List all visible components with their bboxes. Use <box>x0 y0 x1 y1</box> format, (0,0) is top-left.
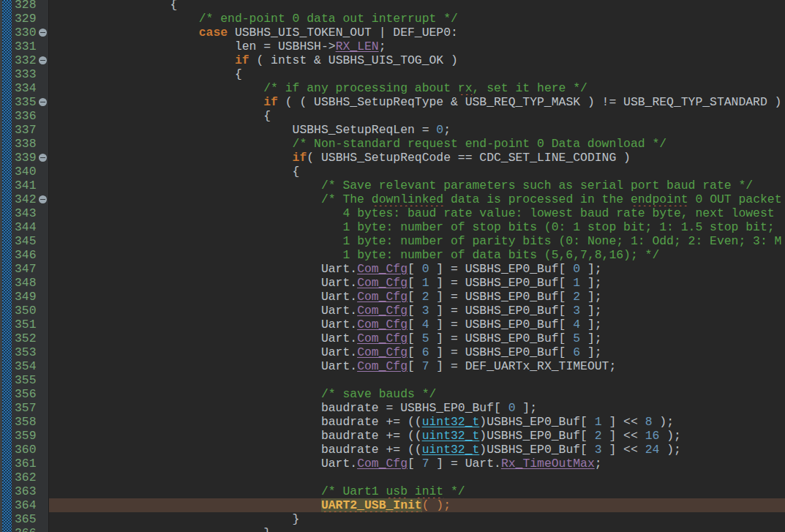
line-number[interactable]: 334 <box>0 81 38 95</box>
code-line[interactable]: } <box>49 526 785 532</box>
fold-collapse-icon[interactable] <box>39 29 47 37</box>
code-line[interactable]: case USBHS_UIS_TOKEN_OUT | DEF_UEP0: <box>49 26 785 40</box>
code-token: ]; <box>580 331 602 345</box>
code-token: /* if any processing about <box>263 81 458 95</box>
code-line[interactable]: Uart.Com_Cfg[ 0 ] = USBHS_EP0_Buf[ 0 ]; <box>49 262 785 276</box>
line-number[interactable]: 356 <box>0 387 38 401</box>
line-number[interactable]: 363 <box>0 484 38 498</box>
line-number[interactable]: 353 <box>0 345 38 359</box>
code-line[interactable] <box>49 373 785 387</box>
code-line[interactable]: { <box>49 109 785 123</box>
line-number[interactable]: 364 <box>0 498 38 512</box>
code-line[interactable]: /* if any processing about rx, set it he… <box>49 81 785 95</box>
line-number[interactable]: 345 <box>0 234 38 248</box>
code-line[interactable]: { <box>49 165 785 179</box>
line-number[interactable]: 343 <box>0 206 38 220</box>
code-line[interactable]: baudrate += ((uint32_t)USBHS_EP0_Buf[ 1 … <box>49 415 785 429</box>
fold-collapse-icon[interactable] <box>39 98 47 106</box>
code-token: 0 OUT packet <box>688 192 782 206</box>
code-line[interactable]: /* save bauds */ <box>49 387 785 401</box>
code-token: Com_Cfg <box>357 359 407 373</box>
line-number[interactable]: 339 <box>0 151 38 165</box>
line-number[interactable]: 365 <box>0 512 38 526</box>
code-line[interactable]: Uart.Com_Cfg[ 6 ] = USBHS_EP0_Buf[ 6 ]; <box>49 345 785 359</box>
fold-column <box>38 276 49 290</box>
line-number[interactable]: 338 <box>0 137 38 151</box>
code-line[interactable]: baudrate = USBHS_EP0_Buf[ 0 ]; <box>49 401 785 415</box>
line-number[interactable]: 332 <box>0 53 38 67</box>
line-number[interactable]: 349 <box>0 290 38 304</box>
code-line[interactable]: 4 bytes: baud rate value: lowest baud ra… <box>49 206 785 220</box>
code-line[interactable]: Uart.Com_Cfg[ 2 ] = USBHS_EP0_Buf[ 2 ]; <box>49 290 785 304</box>
line-number[interactable]: 347 <box>0 262 38 276</box>
code-token: 0 <box>573 262 580 276</box>
fold-collapse-icon[interactable] <box>39 154 47 162</box>
code-row: 349 Uart.Com_Cfg[ 2 ] = USBHS_EP0_Buf[ 2… <box>0 290 785 304</box>
line-number[interactable]: 360 <box>0 443 38 457</box>
line-number[interactable]: 354 <box>0 359 38 373</box>
code-line[interactable] <box>49 471 785 484</box>
line-number[interactable]: 348 <box>0 276 38 290</box>
code-line[interactable]: 1 byte: number of parity bits (0: None; … <box>49 234 785 248</box>
line-number[interactable]: 328 <box>0 0 38 12</box>
line-number[interactable]: 341 <box>0 179 38 192</box>
code-token: 4 <box>422 318 429 331</box>
line-number[interactable]: 351 <box>0 318 38 331</box>
line-number[interactable]: 337 <box>0 123 38 137</box>
current-code-line[interactable]: UART2_USB_Init( ); <box>49 498 785 512</box>
line-number[interactable]: 340 <box>0 165 38 179</box>
line-number[interactable]: 330 <box>0 26 38 40</box>
line-number[interactable]: 366 <box>0 526 38 532</box>
line-number[interactable]: 358 <box>0 415 38 429</box>
code-line[interactable]: { <box>49 0 785 12</box>
code-line[interactable]: Uart.Com_Cfg[ 3 ] = USBHS_EP0_Buf[ 3 ]; <box>49 304 785 318</box>
line-number[interactable]: 329 <box>0 12 38 26</box>
code-line[interactable]: /* Uart1 usb init */ <box>49 484 785 498</box>
code-line[interactable]: /* Save relevant parameters such as seri… <box>49 179 785 192</box>
code-token: Uart. <box>321 276 357 290</box>
line-number[interactable]: 361 <box>0 457 38 471</box>
code-line[interactable]: Uart.Com_Cfg[ 1 ] = USBHS_EP0_Buf[ 1 ]; <box>49 276 785 290</box>
fold-collapse-icon[interactable] <box>39 56 47 64</box>
code-token: Uart. <box>321 457 357 471</box>
code-line[interactable]: baudrate += ((uint32_t)USBHS_EP0_Buf[ 2 … <box>49 429 785 443</box>
line-number[interactable]: 362 <box>0 471 38 484</box>
code-editor[interactable]: 328 {329 /* end-point 0 data out interru… <box>0 0 785 532</box>
fold-collapse-icon[interactable] <box>39 195 47 203</box>
code-line[interactable]: len = USBHSH->RX_LEN; <box>49 40 785 53</box>
code-line[interactable]: USBHS_SetupReqLen = 0; <box>49 123 785 137</box>
code-token: 6 <box>573 345 580 359</box>
line-number[interactable]: 333 <box>0 67 38 81</box>
line-number[interactable]: 350 <box>0 304 38 318</box>
code-line[interactable]: Uart.Com_Cfg[ 7 ] = DEF_UARTx_RX_TIMEOUT… <box>49 359 785 373</box>
code-line[interactable]: Uart.Com_Cfg[ 5 ] = USBHS_EP0_Buf[ 5 ]; <box>49 331 785 345</box>
line-number[interactable]: 346 <box>0 248 38 262</box>
line-number[interactable]: 355 <box>0 373 38 387</box>
line-number[interactable]: 359 <box>0 429 38 443</box>
code-line[interactable]: Uart.Com_Cfg[ 4 ] = USBHS_EP0_Buf[ 4 ]; <box>49 318 785 331</box>
code-line[interactable]: { <box>49 67 785 81</box>
line-number[interactable]: 344 <box>0 220 38 234</box>
code-line[interactable]: if ( ( USBHS_SetupReqType & USB_REQ_TYP_… <box>49 95 785 109</box>
line-number[interactable]: 331 <box>0 40 38 53</box>
code-token: ] = USBHS_EP0_Buf[ <box>429 290 574 304</box>
line-number[interactable]: 342 <box>0 192 38 206</box>
line-number[interactable]: 336 <box>0 109 38 123</box>
code-line[interactable]: if( USBHS_SetupReqCode == CDC_SET_LINE_C… <box>49 151 785 165</box>
line-number[interactable]: 357 <box>0 401 38 415</box>
code-line[interactable]: 1 byte: number of data bits (5,6,7,8,16)… <box>49 248 785 262</box>
code-line[interactable]: if ( intst & USBHS_UIS_TOG_OK ) <box>49 53 785 67</box>
code-token: 7 <box>422 359 429 373</box>
line-number[interactable]: 352 <box>0 331 38 345</box>
code-row: 332 if ( intst & USBHS_UIS_TOG_OK ) <box>0 53 785 67</box>
code-line[interactable]: /* The downlinked data is processed in t… <box>49 192 785 206</box>
code-token <box>407 484 415 498</box>
code-line[interactable]: 1 byte: number of stop bits (0: 1 stop b… <box>49 220 785 234</box>
code-token: 16 <box>645 429 660 443</box>
code-line[interactable]: } <box>49 512 785 526</box>
line-number[interactable]: 335 <box>0 95 38 109</box>
code-line[interactable]: /* end-point 0 data out interrupt */ <box>49 12 785 26</box>
code-line[interactable]: Uart.Com_Cfg[ 7 ] = Uart.Rx_TimeOutMax; <box>49 457 785 471</box>
code-line[interactable]: /* Non-standard request end-point 0 Data… <box>49 137 785 151</box>
code-line[interactable]: baudrate += ((uint32_t)USBHS_EP0_Buf[ 3 … <box>49 443 785 457</box>
